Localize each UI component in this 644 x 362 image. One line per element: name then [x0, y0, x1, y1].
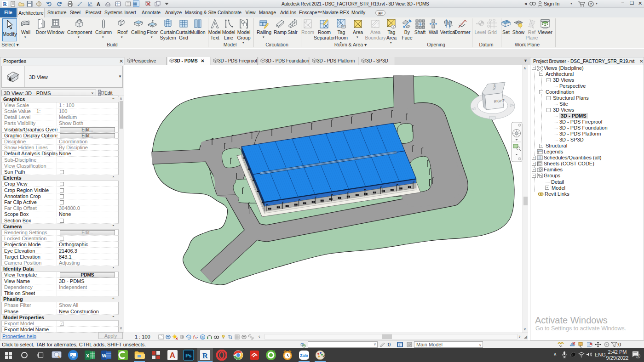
- svg-text:5: 5: [637, 355, 639, 358]
- svg-text:x: x: [195, 335, 197, 339]
- svg-text:Zalo: Zalo: [300, 353, 308, 358]
- svg-text:w: w: [102, 352, 107, 359]
- svg-text:x: x: [86, 352, 89, 359]
- svg-text:A: A: [170, 351, 175, 360]
- svg-text:?: ?: [590, 2, 592, 6]
- svg-text:A: A: [97, 1, 100, 7]
- svg-text:R: R: [202, 351, 208, 360]
- svg-text:Ps: Ps: [185, 353, 191, 358]
- svg-text:B: B: [201, 335, 204, 339]
